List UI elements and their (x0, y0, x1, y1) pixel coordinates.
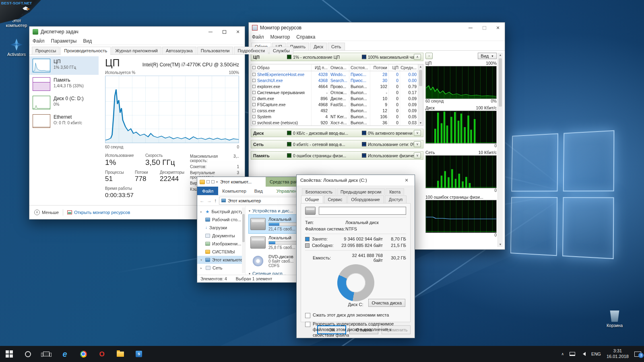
tab-security[interactable]: Безопасность (302, 188, 336, 195)
sidebar-item-cpu[interactable]: ЦП 1% 3,50 ГГц (29, 56, 99, 75)
tab-processes[interactable]: Процессы (32, 47, 60, 54)
memory-section-header[interactable]: Память 0 ошибок страницы физи... Использ… (251, 151, 423, 160)
menu-view[interactable]: Вид (80, 37, 95, 45)
nav-scrollbar[interactable] (242, 208, 245, 273)
row-checkbox[interactable] (252, 97, 256, 100)
view-dropdown-button[interactable]: Вид▼ (478, 53, 497, 59)
tab-details[interactable]: Подробности (234, 47, 268, 54)
process-row[interactable]: csrss.exe 492 Выпол... 12 0 0.09 (251, 107, 418, 113)
start-button[interactable] (0, 346, 19, 362)
sidebar-item-memory[interactable]: Память 1,4/4,3 ГБ (33%) (29, 75, 99, 93)
tab-network[interactable]: Сеть (328, 43, 345, 50)
back-button[interactable]: ← (200, 198, 204, 204)
tab-services[interactable]: Службы (269, 47, 293, 54)
checkbox[interactable] (305, 313, 310, 318)
tab-performance[interactable]: Производительность (60, 47, 111, 55)
menu-options[interactable]: Параметры (48, 37, 80, 45)
tab-quota[interactable]: Квота (386, 188, 404, 195)
row-checkbox[interactable] (252, 91, 256, 94)
close-button[interactable]: ✕ (398, 175, 415, 185)
minimize-button[interactable] (464, 23, 477, 33)
task-view-button[interactable] (37, 346, 56, 362)
row-checkbox[interactable] (252, 109, 256, 112)
tab-sharing[interactable]: Доступ (385, 195, 407, 204)
tab-app-history[interactable]: Журнал приложений (111, 47, 161, 54)
process-row[interactable]: System 4 NT Ker... Выпол... 106 0 0.05 (251, 113, 418, 119)
tab-hardware[interactable]: Оборудование (347, 195, 384, 204)
expand-section-button[interactable]: ∨ (414, 130, 421, 136)
tab-view[interactable]: Вид (250, 187, 267, 195)
search-button[interactable] (19, 346, 37, 362)
table-scrollbar[interactable]: ▲ ▼ (418, 64, 423, 125)
collapse-panel-button[interactable]: › (425, 53, 433, 59)
menu-file[interactable]: Файл (249, 33, 267, 41)
taskbar-explorer[interactable] (111, 346, 130, 362)
checkbox[interactable] (305, 322, 310, 327)
panel-scrollbar[interactable]: ▲ ▼ (497, 53, 503, 247)
row-checkbox[interactable] (252, 121, 256, 124)
row-checkbox[interactable] (252, 79, 256, 82)
row-checkbox[interactable] (252, 73, 256, 76)
clock[interactable]: 3:31 16.01.2018 (604, 346, 632, 362)
row-checkbox[interactable] (252, 103, 256, 106)
select-all-checkbox[interactable] (252, 66, 256, 69)
process-row[interactable]: Системные прерывания - Отлож... Выпол...… (251, 89, 418, 95)
forward-button[interactable]: → (207, 198, 212, 204)
tab-general[interactable]: Общие (301, 195, 323, 204)
sidebar-item-disk[interactable]: Диск 0 (C: D:) 0% (29, 93, 99, 112)
tab-tools[interactable]: Сервис (324, 195, 347, 204)
fewer-details-button[interactable]: ∧ Меньше (34, 210, 59, 215)
expand-section-button[interactable]: ∨ (414, 152, 421, 158)
action-center-button[interactable]: 3 (632, 346, 644, 362)
process-table-header[interactable]: Образ ИД п... Описа... Состоя... Потоки … (251, 64, 418, 71)
row-checkbox[interactable] (252, 85, 256, 88)
process-row[interactable]: svchost.exe (netsvcs) 920 Хост-п... Выпо… (251, 119, 418, 125)
quick-access-toolbar[interactable]: ▾ (206, 180, 218, 184)
network-tray-icon[interactable] (567, 346, 578, 362)
sidebar-item-ethernet[interactable]: Ethernet О: 0 П: 0 кбит/с (29, 112, 99, 130)
tab-users[interactable]: Пользователи (197, 47, 233, 54)
maximize-button[interactable] (217, 27, 231, 37)
desktop-icon-activators[interactable]: Activators (2, 39, 31, 57)
up-button[interactable]: ↑ (214, 198, 217, 204)
expand-section-button[interactable]: ∨ (414, 141, 421, 147)
process-row[interactable]: SearchUI.exe 4368 Search... Приос... 30 … (251, 77, 418, 83)
nav-downloads[interactable]: ↓Загрузки (197, 224, 245, 232)
tab-disk[interactable]: Диск (310, 43, 327, 50)
close-button[interactable]: ✕ (231, 27, 245, 37)
nav-network[interactable]: ▸Сеть (197, 264, 245, 272)
nav-systems-folder[interactable]: СИСТЕМЫ (197, 248, 245, 256)
taskbar-fscapture[interactable]: S (130, 346, 148, 362)
nav-this-pc[interactable]: ▾Этот компьютер (197, 256, 245, 264)
open-resource-monitor-link[interactable]: Открыть монитор ресурсов (67, 210, 130, 215)
taskbar-opera[interactable]: O (93, 346, 111, 362)
menu-monitor[interactable]: Монитор (267, 33, 293, 41)
process-row[interactable]: FSCapture.exe 4968 FastSt... Выпол... 9 … (251, 101, 418, 107)
index-checkbox-row[interactable]: Разрешить индексировать содержимое файло… (305, 321, 406, 338)
nav-pictures[interactable]: Изображени... (197, 240, 245, 248)
desktop-icon-recycle-bin[interactable]: Корзина (600, 311, 630, 328)
language-indicator[interactable]: ENG (588, 346, 604, 362)
taskbar-chrome[interactable] (74, 346, 93, 362)
tab-startup[interactable]: Автозагрузка (162, 47, 196, 54)
compress-checkbox-row[interactable]: Сжать этот диск для экономии места (305, 313, 406, 318)
task-manager-titlebar[interactable]: Диспетчер задач ✕ (29, 27, 245, 37)
tab-file[interactable]: Файл (197, 187, 218, 195)
process-row[interactable]: dwm.exe 896 Диспе... Выпол... 10 0 0.09 (251, 95, 418, 101)
tab-previous-versions[interactable]: Предыдущие версии (337, 188, 385, 195)
network-section-header[interactable]: Сеть 0 кбит/с - сетевой ввод-в... Исполь… (251, 140, 423, 148)
resource-monitor-titlebar[interactable]: Монитор ресурсов ✕ (249, 23, 505, 33)
close-button[interactable]: ✕ (491, 23, 505, 33)
volume-label-input[interactable] (319, 207, 406, 215)
process-row[interactable]: ShellExperienceHost.exe 4328 Windo... Пр… (251, 71, 418, 77)
disk-section-header[interactable]: Диск 0 КБ/с - дисковый ввод-вы... 0% акт… (251, 129, 423, 137)
tray-expand-button[interactable]: ∧ (559, 346, 567, 362)
row-checkbox[interactable] (252, 115, 256, 118)
minimize-button[interactable] (204, 27, 217, 37)
disk-cleanup-button[interactable]: Очистка диска (368, 299, 405, 307)
nav-desktop[interactable]: Рабочий сто... (197, 216, 245, 224)
maximize-button[interactable] (477, 23, 491, 33)
taskbar-edge[interactable]: e (56, 346, 74, 362)
dialog-titlebar[interactable]: Свойства: Локальный диск (C:) ✕ (297, 175, 415, 185)
nav-quick-access[interactable]: ▸★Быстрый доступ (197, 208, 245, 216)
